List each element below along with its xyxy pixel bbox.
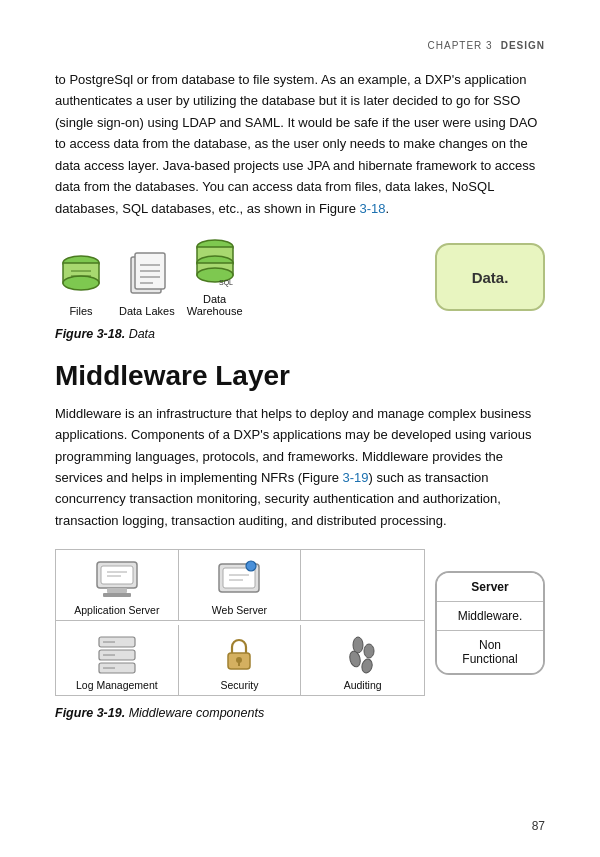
- app-server-label: Application Server: [74, 604, 159, 616]
- server-row: Server: [437, 573, 543, 602]
- figure-19-grid: Application Server Web Server: [55, 549, 425, 696]
- non-functional-row: Non Functional: [437, 631, 543, 673]
- auditing-label: Auditing: [344, 679, 382, 691]
- figure-19-right-box: Server Middleware. Non Functional: [435, 571, 545, 675]
- warehouse-label: DataWarehouse: [187, 293, 243, 317]
- datalakes-icon: [121, 249, 173, 301]
- page-header: CHAPTER 3 DESIGN: [55, 40, 545, 51]
- files-icon-item: Files: [55, 249, 107, 317]
- svg-text:SQL: SQL: [219, 279, 233, 287]
- svg-point-2: [63, 276, 99, 290]
- fig18-link[interactable]: 3-18: [359, 201, 385, 216]
- security-icon: [218, 633, 260, 675]
- page: CHAPTER 3 DESIGN to PostgreSql or from d…: [0, 0, 600, 857]
- figure-19-caption: Figure 3-19. Middleware components: [55, 706, 545, 720]
- datalakes-label: Data Lakes: [119, 305, 175, 317]
- empty-cell: [301, 550, 424, 621]
- chapter-title: DESIGN: [501, 40, 545, 51]
- app-server-cell: Application Server: [56, 550, 179, 621]
- svg-rect-20: [103, 593, 131, 597]
- page-number: 87: [532, 819, 545, 833]
- svg-point-25: [246, 561, 256, 571]
- web-server-label: Web Server: [212, 604, 267, 616]
- fig18-caption-bold: Figure 3-18.: [55, 327, 125, 341]
- web-server-icon: [215, 558, 263, 600]
- figure-19-container: Application Server Web Server: [55, 549, 545, 696]
- figure-18-caption: Figure 3-18. Data: [55, 327, 545, 341]
- svg-rect-18: [101, 566, 133, 584]
- files-label: Files: [69, 305, 92, 317]
- security-cell: Security: [179, 625, 302, 695]
- chapter-label: CHAPTER 3: [428, 40, 493, 51]
- security-label: Security: [221, 679, 259, 691]
- warehouse-icon: SQL: [189, 237, 241, 289]
- middleware-heading: Middleware Layer: [55, 359, 545, 393]
- log-mgmt-cell: Log Management: [56, 625, 179, 695]
- auditing-cell: Auditing: [301, 625, 424, 695]
- middleware-row: Middleware.: [437, 602, 543, 631]
- data-box-label: Data.: [472, 269, 509, 286]
- datalakes-icon-item: Data Lakes: [119, 249, 175, 317]
- fig18-caption-text: Data: [125, 327, 155, 341]
- figure-18-icons: Files Data Lakes: [55, 237, 417, 317]
- middleware-paragraph: Middleware is an infrastructure that hel…: [55, 403, 545, 532]
- log-mgmt-icon: [95, 635, 139, 675]
- app-server-icon: [93, 558, 141, 600]
- svg-rect-36: [238, 661, 240, 666]
- files-icon: [55, 249, 107, 301]
- auditing-icon: [342, 633, 384, 675]
- warehouse-icon-item: SQL DataWarehouse: [187, 237, 243, 317]
- figure-18-container: Files Data Lakes: [55, 237, 545, 317]
- fig19-link[interactable]: 3-19: [343, 470, 369, 485]
- log-mgmt-label: Log Management: [76, 679, 158, 691]
- svg-rect-19: [107, 588, 127, 593]
- fig19-caption-bold: Figure 3-19.: [55, 706, 125, 720]
- fig19-caption-text: Middleware components: [125, 706, 264, 720]
- svg-point-38: [364, 644, 374, 658]
- svg-point-37: [353, 637, 363, 653]
- web-server-cell: Web Server: [179, 550, 302, 621]
- svg-point-40: [360, 658, 373, 674]
- data-box: Data.: [435, 243, 545, 311]
- intro-paragraph: to PostgreSql or from database to file s…: [55, 69, 545, 219]
